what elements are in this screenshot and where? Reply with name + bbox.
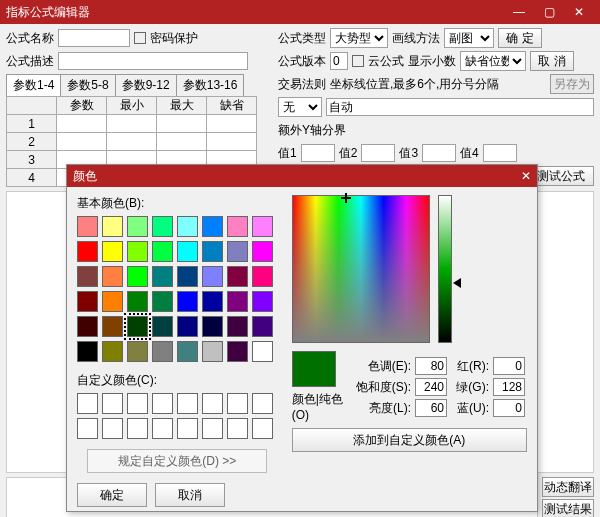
basic-swatch[interactable]: [252, 216, 273, 237]
basic-swatch[interactable]: [127, 216, 148, 237]
color-cancel-button[interactable]: 取消: [155, 483, 225, 507]
tab-params-5-8[interactable]: 参数5-8: [60, 74, 115, 96]
basic-swatch[interactable]: [102, 291, 123, 312]
basic-swatch[interactable]: [127, 341, 148, 362]
basic-swatch[interactable]: [177, 216, 198, 237]
desc-input[interactable]: [58, 52, 248, 70]
maximize-icon[interactable]: ▢: [534, 0, 564, 24]
basic-swatch[interactable]: [227, 316, 248, 337]
tab-params-9-12[interactable]: 参数9-12: [115, 74, 177, 96]
sat-input[interactable]: [415, 378, 447, 396]
red-input[interactable]: [493, 357, 525, 375]
basic-swatch[interactable]: [127, 316, 148, 337]
dec-select[interactable]: 缺省位数: [460, 51, 526, 71]
basic-swatch[interactable]: [202, 266, 223, 287]
pwd-checkbox[interactable]: [134, 32, 146, 44]
titlebar: 指标公式编辑器 ― ▢ ✕: [0, 0, 600, 24]
basic-swatch[interactable]: [177, 241, 198, 262]
pwd-label: 密码保护: [150, 30, 198, 47]
close-icon[interactable]: ✕: [564, 0, 594, 24]
basic-swatch[interactable]: [202, 241, 223, 262]
luminance-bar[interactable]: [438, 195, 452, 343]
lum-input[interactable]: [415, 399, 447, 417]
basic-swatch[interactable]: [227, 291, 248, 312]
green-input[interactable]: [493, 378, 525, 396]
v3-input[interactable]: [422, 144, 456, 162]
basic-swatch[interactable]: [252, 291, 273, 312]
basic-swatch[interactable]: [152, 216, 173, 237]
basic-swatch[interactable]: [152, 266, 173, 287]
basic-swatch[interactable]: [152, 316, 173, 337]
basic-swatch[interactable]: [77, 266, 98, 287]
custom-colors-label: 自定义颜色(C):: [77, 372, 278, 389]
basic-swatch[interactable]: [152, 291, 173, 312]
basic-swatch[interactable]: [202, 216, 223, 237]
add-to-custom-button[interactable]: 添加到自定义颜色(A): [292, 428, 527, 452]
draw-select[interactable]: 副图: [444, 28, 494, 48]
basic-swatch[interactable]: [77, 216, 98, 237]
basic-swatch[interactable]: [202, 316, 223, 337]
color-preview: [292, 351, 336, 387]
basic-swatch[interactable]: [252, 241, 273, 262]
ver-input[interactable]: [330, 52, 348, 70]
custom-swatch-grid: [77, 393, 278, 439]
basic-swatch[interactable]: [102, 241, 123, 262]
basic-swatch[interactable]: [127, 291, 148, 312]
basic-swatch[interactable]: [102, 341, 123, 362]
v2-input[interactable]: [361, 144, 395, 162]
rule-auto-input[interactable]: [326, 98, 594, 116]
color-dialog-close-icon[interactable]: ✕: [521, 169, 531, 183]
saveas-button[interactable]: 另存为: [550, 74, 594, 94]
color-ok-button[interactable]: 确定: [77, 483, 147, 507]
color-spectrum[interactable]: [292, 195, 430, 343]
luminance-pointer-icon: [453, 278, 461, 288]
side-translate-button[interactable]: 动态翻译: [542, 477, 594, 497]
basic-swatch[interactable]: [252, 316, 273, 337]
basic-swatch[interactable]: [77, 291, 98, 312]
side-result-button[interactable]: 测试结果: [542, 499, 594, 517]
basic-swatch[interactable]: [227, 216, 248, 237]
basic-swatch[interactable]: [127, 241, 148, 262]
hue-input[interactable]: [415, 357, 447, 375]
tab-params-13-16[interactable]: 参数13-16: [176, 74, 245, 96]
basic-swatch[interactable]: [177, 291, 198, 312]
basic-swatch[interactable]: [152, 341, 173, 362]
basic-swatch[interactable]: [227, 341, 248, 362]
minimize-icon[interactable]: ―: [504, 0, 534, 24]
basic-swatch[interactable]: [252, 341, 273, 362]
basic-swatch-grid: [77, 216, 278, 362]
v1-input[interactable]: [301, 144, 335, 162]
basic-swatch[interactable]: [252, 266, 273, 287]
tab-params-1-4[interactable]: 参数1-4: [6, 74, 61, 96]
custom-swatch[interactable]: [77, 393, 98, 414]
name-input[interactable]: [58, 29, 130, 47]
basic-swatch[interactable]: [102, 316, 123, 337]
basic-swatch[interactable]: [77, 341, 98, 362]
blue-input[interactable]: [493, 399, 525, 417]
dec-label: 显示小数: [408, 53, 456, 70]
confirm-button[interactable]: 确 定: [498, 28, 542, 48]
basic-swatch[interactable]: [102, 266, 123, 287]
define-custom-button[interactable]: 规定自定义颜色(D) >>: [87, 449, 267, 473]
rule-select[interactable]: 无: [278, 97, 322, 117]
basic-swatch[interactable]: [227, 266, 248, 287]
basic-swatch[interactable]: [77, 316, 98, 337]
basic-swatch[interactable]: [177, 341, 198, 362]
basic-swatch[interactable]: [177, 316, 198, 337]
v4-input[interactable]: [483, 144, 517, 162]
basic-swatch[interactable]: [152, 241, 173, 262]
solid-color-label: 颜色|纯色(O): [292, 391, 347, 422]
desc-label: 公式描述: [6, 53, 54, 70]
rule-hint: 坐标线位置,最多6个,用分号分隔: [330, 76, 499, 93]
basic-swatch[interactable]: [102, 216, 123, 237]
cancel-button[interactable]: 取 消: [530, 51, 574, 71]
basic-swatch[interactable]: [202, 291, 223, 312]
cloud-checkbox[interactable]: [352, 55, 364, 67]
basic-swatch[interactable]: [127, 266, 148, 287]
basic-swatch[interactable]: [227, 241, 248, 262]
draw-label: 画线方法: [392, 30, 440, 47]
basic-swatch[interactable]: [77, 241, 98, 262]
basic-swatch[interactable]: [202, 341, 223, 362]
basic-swatch[interactable]: [177, 266, 198, 287]
type-select[interactable]: 大势型: [330, 28, 388, 48]
